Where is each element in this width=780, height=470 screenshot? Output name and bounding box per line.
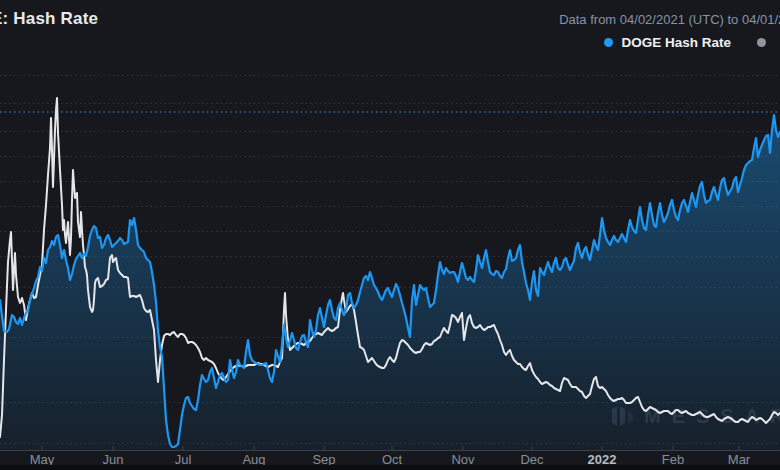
doge-hashrate-area [0,115,780,450]
hash-rate-chart[interactable]: MayJunJulAugSepOctNovDec2022FebMar [0,0,780,470]
page-title: E: Hash Rate [0,9,98,29]
chart-legend: DOGE Hash Rate [604,35,774,50]
legend-label: DOGE Hash Rate [621,35,731,50]
chart-svg[interactable]: MayJunJulAugSepOctNovDec2022FebMar [0,0,780,470]
doge-hash-rate-legend-dot-icon [604,38,613,47]
secondary-legend-dot-icon [757,38,766,47]
legend-item-secondary[interactable] [757,38,774,47]
date-range-note: Data from 04/02/2021 (UTC) to 04/01/2022 [559,12,780,27]
legend-item-doge-hash-rate[interactable]: DOGE Hash Rate [604,35,731,50]
bottom-edge-strip [0,465,780,470]
